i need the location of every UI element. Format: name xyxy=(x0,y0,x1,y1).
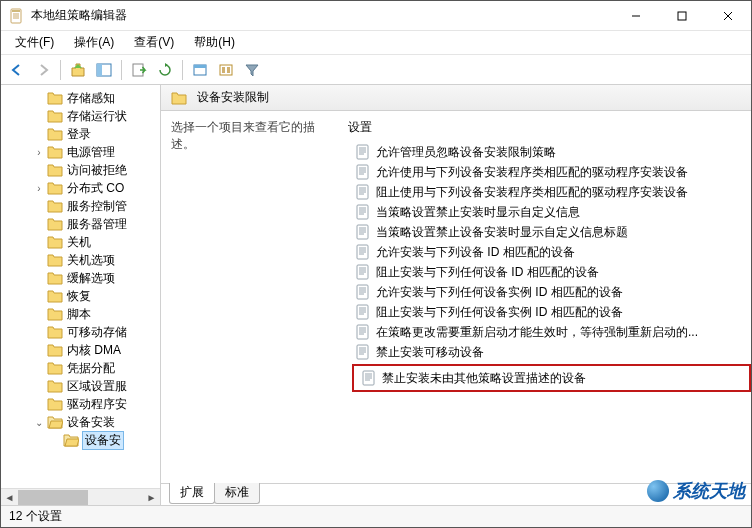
folder-icon xyxy=(47,127,63,141)
tree-item[interactable]: 区域设置服 xyxy=(1,377,160,395)
folder-icon xyxy=(47,217,63,231)
folder-icon xyxy=(47,361,63,375)
tree-item[interactable]: 凭据分配 xyxy=(1,359,160,377)
tree-pane: 存储感知存储运行状登录›电源管理访问被拒绝›分布式 CO服务控制管服务器管理关机… xyxy=(1,85,161,505)
refresh-button[interactable] xyxy=(153,58,177,82)
setting-item[interactable]: 禁止安装可移动设备 xyxy=(346,342,751,362)
svg-rect-6 xyxy=(678,12,686,20)
tree-item[interactable]: ›电源管理 xyxy=(1,143,160,161)
help-button[interactable] xyxy=(188,58,212,82)
tree-item[interactable]: 内核 DMA xyxy=(1,341,160,359)
separator xyxy=(60,60,61,80)
tree-item[interactable]: 存储感知 xyxy=(1,89,160,107)
tree-hscrollbar[interactable]: ◄ ► xyxy=(1,488,160,505)
policy-icon xyxy=(356,244,370,260)
setting-item[interactable]: 在策略更改需要重新启动才能生效时，等待强制重新启动的... xyxy=(346,322,751,342)
tree-item[interactable]: 设备安 xyxy=(1,431,160,449)
tree-item[interactable]: 服务控制管 xyxy=(1,197,160,215)
detail-title: 设备安装限制 xyxy=(197,89,269,106)
back-button[interactable] xyxy=(5,58,29,82)
setting-item[interactable]: 允许管理员忽略设备安装限制策略 xyxy=(346,142,751,162)
up-button[interactable] xyxy=(66,58,90,82)
setting-item[interactable]: 阻止安装与下列任何设备 ID 相匹配的设备 xyxy=(346,262,751,282)
svg-rect-16 xyxy=(227,67,230,73)
policy-icon xyxy=(356,324,370,340)
menu-view[interactable]: 查看(V) xyxy=(126,32,182,53)
menubar: 文件(F) 操作(A) 查看(V) 帮助(H) xyxy=(1,31,751,55)
folder-icon xyxy=(47,235,63,249)
chevron-down-icon[interactable]: ⌄ xyxy=(33,417,45,428)
setting-label: 阻止安装与下列任何设备 ID 相匹配的设备 xyxy=(376,264,599,281)
tab-extended[interactable]: 扩展 xyxy=(169,483,215,504)
export-list-button[interactable] xyxy=(127,58,151,82)
app-icon xyxy=(9,8,25,24)
folder-icon xyxy=(47,289,63,303)
menu-file[interactable]: 文件(F) xyxy=(7,32,62,53)
setting-item[interactable]: 禁止安装未由其他策略设置描述的设备 xyxy=(358,368,586,388)
tree-item[interactable]: 关机选项 xyxy=(1,251,160,269)
tree-item[interactable]: 访问被拒绝 xyxy=(1,161,160,179)
setting-label: 阻止使用与下列设备安装程序类相匹配的驱动程序安装设备 xyxy=(376,184,688,201)
scroll-thumb[interactable] xyxy=(18,490,88,505)
chevron-right-icon[interactable]: › xyxy=(33,183,45,194)
minimize-button[interactable] xyxy=(613,1,659,30)
policy-icon xyxy=(356,264,370,280)
tree-item[interactable]: 服务器管理 xyxy=(1,215,160,233)
scroll-left-icon[interactable]: ◄ xyxy=(1,489,18,506)
svg-rect-13 xyxy=(194,65,206,68)
setting-label: 允许管理员忽略设备安装限制策略 xyxy=(376,144,556,161)
setting-item[interactable]: 允许安装与下列设备 ID 相匹配的设备 xyxy=(346,242,751,262)
setting-label: 在策略更改需要重新启动才能生效时，等待强制重新启动的... xyxy=(376,324,698,341)
folder-icon xyxy=(47,145,63,159)
setting-item[interactable]: 当策略设置禁止设备安装时显示自定义信息标题 xyxy=(346,222,751,242)
menu-help[interactable]: 帮助(H) xyxy=(186,32,243,53)
filter-options-button[interactable] xyxy=(214,58,238,82)
folder-icon xyxy=(63,433,79,447)
tree-item-label: 内核 DMA xyxy=(67,342,121,359)
folder-icon xyxy=(171,91,187,105)
tree-item[interactable]: 缓解选项 xyxy=(1,269,160,287)
tree-item[interactable]: 恢复 xyxy=(1,287,160,305)
folder-icon xyxy=(47,415,63,429)
forward-button[interactable] xyxy=(31,58,55,82)
close-button[interactable] xyxy=(705,1,751,30)
tree-item[interactable]: 脚本 xyxy=(1,305,160,323)
show-hide-tree-button[interactable] xyxy=(92,58,116,82)
tree-item[interactable]: ›分布式 CO xyxy=(1,179,160,197)
tree-item[interactable]: 可移动存储 xyxy=(1,323,160,341)
detail-header: 设备安装限制 xyxy=(161,85,751,111)
tree-item[interactable]: 登录 xyxy=(1,125,160,143)
status-count: 12 个设置 xyxy=(9,508,62,525)
chevron-right-icon[interactable]: › xyxy=(33,147,45,158)
detail-body: 选择一个项目来查看它的描述。 设置 允许管理员忽略设备安装限制策略允许使用与下列… xyxy=(161,111,751,483)
tree-item[interactable]: 存储运行状 xyxy=(1,107,160,125)
tab-standard[interactable]: 标准 xyxy=(214,483,260,504)
tree-item-label: 凭据分配 xyxy=(67,360,115,377)
description-column: 选择一个项目来查看它的描述。 xyxy=(161,119,346,483)
tree-item[interactable]: 关机 xyxy=(1,233,160,251)
tree-item-label: 缓解选项 xyxy=(67,270,115,287)
tree-item[interactable]: 驱动程序安 xyxy=(1,395,160,413)
setting-item[interactable]: 允许安装与下列任何设备实例 ID 相匹配的设备 xyxy=(346,282,751,302)
setting-item[interactable]: 阻止使用与下列设备安装程序类相匹配的驱动程序安装设备 xyxy=(346,182,751,202)
settings-list: 设置 允许管理员忽略设备安装限制策略允许使用与下列设备安装程序类相匹配的驱动程序… xyxy=(346,119,751,483)
setting-item[interactable]: 当策略设置禁止安装时显示自定义信息 xyxy=(346,202,751,222)
tree-item-label: 分布式 CO xyxy=(67,180,124,197)
settings-column-header[interactable]: 设置 xyxy=(346,119,751,136)
tree-item-label: 关机 xyxy=(67,234,91,251)
tree-item-label: 存储运行状 xyxy=(67,108,127,125)
menu-action[interactable]: 操作(A) xyxy=(66,32,122,53)
folder-icon xyxy=(47,325,63,339)
tree-item-label: 可移动存储 xyxy=(67,324,127,341)
maximize-button[interactable] xyxy=(659,1,705,30)
separator xyxy=(121,60,122,80)
tree-item[interactable]: ⌄设备安装 xyxy=(1,413,160,431)
setting-item[interactable]: 允许使用与下列设备安装程序类相匹配的驱动程序安装设备 xyxy=(346,162,751,182)
folder-icon xyxy=(47,397,63,411)
svg-rect-14 xyxy=(220,65,232,75)
scroll-right-icon[interactable]: ► xyxy=(143,489,160,506)
setting-item[interactable]: 阻止安装与下列任何设备实例 ID 相匹配的设备 xyxy=(346,302,751,322)
filter-button[interactable] xyxy=(240,58,264,82)
setting-label: 允许安装与下列设备 ID 相匹配的设备 xyxy=(376,244,575,261)
toolbar xyxy=(1,55,751,85)
